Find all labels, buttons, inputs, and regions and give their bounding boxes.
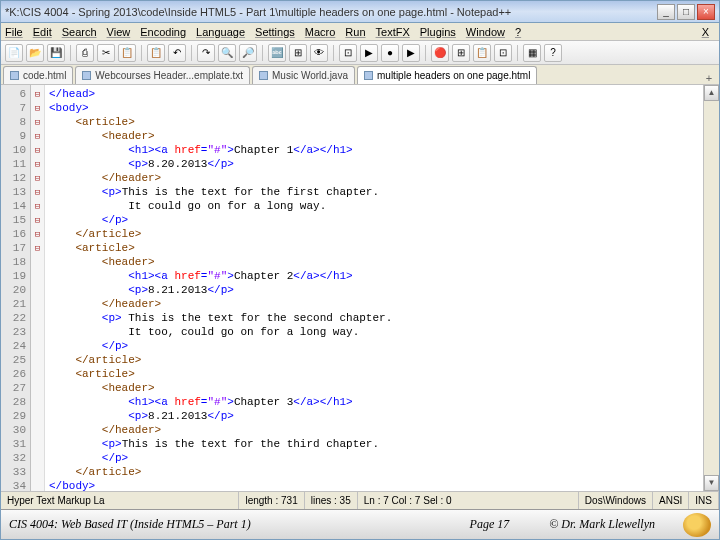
- toolbar-button-12[interactable]: ⊞: [289, 44, 307, 62]
- menu-encoding[interactable]: Encoding: [140, 26, 186, 38]
- toolbar-button-23[interactable]: ?: [544, 44, 562, 62]
- code-line[interactable]: </article>: [49, 465, 703, 479]
- toolbar-button-0[interactable]: 📄: [5, 44, 23, 62]
- toolbar-button-18[interactable]: 🔴: [431, 44, 449, 62]
- code-line[interactable]: </head>: [49, 87, 703, 101]
- toolbar-button-13[interactable]: 👁: [310, 44, 328, 62]
- scroll-track[interactable]: [704, 101, 719, 475]
- titlebar[interactable]: *K:\CIS 4004 - Spring 2013\code\Inside H…: [1, 1, 719, 23]
- tab-code-html[interactable]: code.html: [3, 66, 73, 84]
- toolbar-button-11[interactable]: 🔤: [268, 44, 286, 62]
- fold-toggle-icon[interactable]: ⊟: [31, 185, 44, 199]
- code-line[interactable]: <header>: [49, 255, 703, 269]
- code-line[interactable]: </header>: [49, 423, 703, 437]
- toolbar-button-19[interactable]: ⊞: [452, 44, 470, 62]
- status-eol: Dos\Windows: [579, 492, 653, 509]
- code-line[interactable]: </p>: [49, 451, 703, 465]
- tab-webcourses-header-emplate-txt[interactable]: Webcourses Header...emplate.txt: [75, 66, 250, 84]
- toolbar-button-3[interactable]: ⎙: [76, 44, 94, 62]
- scroll-down-button[interactable]: ▼: [704, 475, 719, 491]
- code-line[interactable]: <h1><a href="#">Chapter 1</a></h1>: [49, 143, 703, 157]
- code-line[interactable]: </body>: [49, 479, 703, 491]
- toolbar-button-4[interactable]: ✂: [97, 44, 115, 62]
- toolbar-button-7[interactable]: ↶: [168, 44, 186, 62]
- fold-toggle-icon[interactable]: ⊟: [31, 199, 44, 213]
- code-line[interactable]: <p>8.20.2013</p>: [49, 157, 703, 171]
- code-line[interactable]: <p>8.21.2013</p>: [49, 409, 703, 423]
- menu-language[interactable]: Language: [196, 26, 245, 38]
- toolbar-button-17[interactable]: ▶: [402, 44, 420, 62]
- menu-macro[interactable]: Macro: [305, 26, 336, 38]
- menu-settings[interactable]: Settings: [255, 26, 295, 38]
- menu-plugins[interactable]: Plugins: [420, 26, 456, 38]
- fold-toggle-icon[interactable]: ⊟: [31, 101, 44, 115]
- menu-edit[interactable]: Edit: [33, 26, 52, 38]
- code-line[interactable]: <body>: [49, 101, 703, 115]
- fold-toggle-icon[interactable]: ⊟: [31, 227, 44, 241]
- fold-toggle-icon[interactable]: ⊟: [31, 241, 44, 255]
- menu-close[interactable]: X: [702, 26, 709, 38]
- vertical-scrollbar[interactable]: ▲ ▼: [703, 85, 719, 491]
- code-line[interactable]: It could go on for a long way.: [49, 199, 703, 213]
- code-line[interactable]: </header>: [49, 297, 703, 311]
- fold-toggle-icon[interactable]: ⊟: [31, 87, 44, 101]
- file-icon: [10, 71, 19, 80]
- toolbar-button-1[interactable]: 📂: [26, 44, 44, 62]
- line-number: 27: [1, 381, 26, 395]
- toolbar-button-14[interactable]: ⊡: [339, 44, 357, 62]
- fold-toggle-icon[interactable]: ⊟: [31, 213, 44, 227]
- code-line[interactable]: </p>: [49, 339, 703, 353]
- menu-file[interactable]: File: [5, 26, 23, 38]
- toolbar-button-2[interactable]: 💾: [47, 44, 65, 62]
- code-line[interactable]: <article>: [49, 241, 703, 255]
- code-line[interactable]: </header>: [49, 171, 703, 185]
- toolbar-button-16[interactable]: ●: [381, 44, 399, 62]
- code-line[interactable]: <p>This is the text for the first chapte…: [49, 185, 703, 199]
- code-line[interactable]: <article>: [49, 367, 703, 381]
- code-line[interactable]: <h1><a href="#">Chapter 3</a></h1>: [49, 395, 703, 409]
- toolbar-button-21[interactable]: ⊡: [494, 44, 512, 62]
- toolbar-button-10[interactable]: 🔎: [239, 44, 257, 62]
- menu-window[interactable]: Window: [466, 26, 505, 38]
- tab-add[interactable]: +: [701, 72, 717, 84]
- close-button[interactable]: ×: [697, 4, 715, 20]
- toolbar-button-5[interactable]: 📋: [118, 44, 136, 62]
- code-line[interactable]: <h1><a href="#">Chapter 2</a></h1>: [49, 269, 703, 283]
- fold-toggle-icon[interactable]: ⊟: [31, 129, 44, 143]
- code-line[interactable]: <article>: [49, 115, 703, 129]
- code-line[interactable]: <p>8.21.2013</p>: [49, 283, 703, 297]
- toolbar-button-9[interactable]: 🔍: [218, 44, 236, 62]
- code-line[interactable]: It too, could go on for a long way.: [49, 325, 703, 339]
- menu-search[interactable]: Search: [62, 26, 97, 38]
- line-number: 25: [1, 353, 26, 367]
- toolbar-button-22[interactable]: ▦: [523, 44, 541, 62]
- menu-textfx[interactable]: TextFX: [376, 26, 410, 38]
- tab-music-world-java[interactable]: Music World.java: [252, 66, 355, 84]
- menu-?[interactable]: ?: [515, 26, 521, 38]
- code-line[interactable]: <p>This is the text for the third chapte…: [49, 437, 703, 451]
- menu-run[interactable]: Run: [345, 26, 365, 38]
- maximize-button[interactable]: □: [677, 4, 695, 20]
- fold-toggle-icon[interactable]: ⊟: [31, 115, 44, 129]
- toolbar-button-6[interactable]: 📋: [147, 44, 165, 62]
- fold-toggle-icon[interactable]: ⊟: [31, 143, 44, 157]
- line-number: 33: [1, 465, 26, 479]
- code-line[interactable]: <header>: [49, 129, 703, 143]
- fold-toggle-icon[interactable]: ⊟: [31, 171, 44, 185]
- toolbar-button-20[interactable]: 📋: [473, 44, 491, 62]
- fold-toggle-icon[interactable]: ⊟: [31, 157, 44, 171]
- code-line[interactable]: </article>: [49, 353, 703, 367]
- code-line[interactable]: <header>: [49, 381, 703, 395]
- menu-view[interactable]: View: [107, 26, 131, 38]
- line-number: 9: [1, 129, 26, 143]
- scroll-up-button[interactable]: ▲: [704, 85, 719, 101]
- toolbar-button-15[interactable]: ▶: [360, 44, 378, 62]
- code-view[interactable]: </head><body> <article> <header> <h1><a …: [45, 85, 703, 491]
- code-line[interactable]: <p> This is the text for the second chap…: [49, 311, 703, 325]
- code-line[interactable]: </article>: [49, 227, 703, 241]
- tab-multiple-headers-on-one-page-html[interactable]: multiple headers on one page.html: [357, 66, 537, 84]
- toolbar-button-8[interactable]: ↷: [197, 44, 215, 62]
- code-line[interactable]: </p>: [49, 213, 703, 227]
- minimize-button[interactable]: _: [657, 4, 675, 20]
- fold-gutter[interactable]: ⊟⊟⊟⊟⊟⊟⊟⊟⊟⊟⊟⊟: [31, 85, 45, 491]
